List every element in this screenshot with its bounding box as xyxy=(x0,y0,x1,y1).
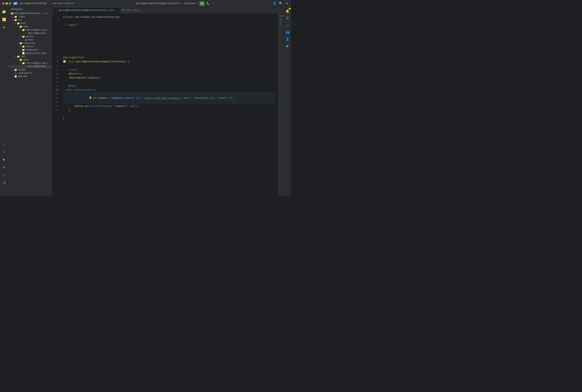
bottom-run-icon[interactable]: ☕ xyxy=(1,141,7,147)
tree-item-target[interactable]: ▶ 📁 target xyxy=(8,68,52,72)
structure-icon[interactable]: ⊞ xyxy=(1,24,7,30)
tree-item-pom[interactable]: ▶ 📋 pom.xml xyxy=(8,75,52,78)
tree-label-gitignore: .gitignore xyxy=(18,72,32,74)
panel-title: Project xyxy=(12,8,23,11)
code-line-blank-9 xyxy=(63,48,275,52)
folder-icon-main: 📁 xyxy=(17,22,20,25)
codewithme-button[interactable]: 👥 xyxy=(285,30,290,35)
tree-chevron-idea: ▶ xyxy=(12,16,14,18)
tree-label-java: java xyxy=(23,26,29,28)
code-line-12: ✅ class SpringBootDataStudyApplicationTe… xyxy=(63,60,275,64)
tree-item-java[interactable]: ▼ 📁 java xyxy=(8,25,52,28)
tree-item-root[interactable]: ▼ 📁 SpringBootDataStudy ~/Desk... xyxy=(8,12,52,15)
tab-icon-user: 👤 xyxy=(122,9,125,12)
file-tree-panel: ▼ Project ▾ ▼ 📁 SpringBootDataStudy ~/De… xyxy=(8,7,52,196)
error-count-bar[interactable]: ⚠ 4 ▲ ▼ xyxy=(277,14,284,18)
project-name[interactable]: SpringBootDataStudy xyxy=(20,2,47,5)
tree-item-main[interactable]: ▼ 📁 main xyxy=(8,22,52,25)
tree-item-templates[interactable]: ▶ 📁 templates xyxy=(8,48,52,52)
tree-item-test[interactable]: ▼ 📁 test xyxy=(8,55,52,58)
nav-down-icon[interactable]: ▼ xyxy=(283,15,284,17)
folder-icon-java: 📁 xyxy=(19,25,23,28)
tab-tests-java[interactable]: ☕ SpringBootDataStudyApplicationTests.ja… xyxy=(54,7,120,14)
bottom-problems-icon[interactable]: ⚠ xyxy=(1,172,7,178)
tree-label-static: static xyxy=(26,45,34,48)
tab-user-java[interactable]: 👤 User.java ✕ xyxy=(120,7,145,14)
tree-chevron-entity: ▼ xyxy=(19,36,22,38)
code-editor[interactable]: package com.example.springbootdatastudy;… xyxy=(60,14,278,196)
tree-item-gitignore[interactable]: ▶ 🚫 .gitignore xyxy=(8,72,52,75)
maven-tool-button[interactable]: m xyxy=(285,44,290,49)
panel-dropdown-icon[interactable]: ▾ xyxy=(23,8,24,10)
project-panel-header[interactable]: ▼ Project ▾ xyxy=(8,7,52,12)
tree-label-templates: templates xyxy=(26,49,38,51)
tree-label-test: test xyxy=(21,55,26,58)
tree-item-application-yml[interactable]: ▶ 📄 application.yml xyxy=(8,52,52,55)
version-control-label[interactable]: Version control xyxy=(53,2,75,5)
tab-close-user[interactable]: ✕ xyxy=(140,9,142,12)
java-icon-sbdat: ☕ xyxy=(24,32,28,35)
tree-item-springbootdat-test[interactable]: ▶ ☕ SpringBootDat... xyxy=(8,65,52,68)
code-line-18: ✓ void contextLoads() { xyxy=(63,88,275,92)
code-line-16 xyxy=(63,80,275,84)
warning-icon: ⚠ xyxy=(278,15,279,17)
folder-icon-comtest: 📁 xyxy=(22,62,25,65)
code-line-21: } xyxy=(63,108,275,112)
tree-label-main: main xyxy=(21,22,26,25)
pom-icon: 📋 xyxy=(14,75,17,78)
tab-close-tests[interactable]: ✕ xyxy=(115,9,117,12)
gradle-tool-button[interactable]: ⬡ xyxy=(285,22,290,28)
tree-chevron-test: ▼ xyxy=(14,56,17,58)
folder-icon-com: 📁 xyxy=(22,28,25,32)
tree-item-idea[interactable]: ▶ 📁 .idea xyxy=(8,15,52,18)
folder-icon-entity: 📁 xyxy=(22,35,25,38)
code-line-20: System.out.println("update "+update+" li… xyxy=(63,104,275,108)
notifications-button[interactable]: 🔔 ! xyxy=(285,8,290,14)
tab-more-icon[interactable]: ⋯ xyxy=(277,8,282,12)
run-button[interactable]: ▶ xyxy=(199,1,205,6)
java-icon-sbdattest: ☕ xyxy=(24,65,28,68)
tree-item-entity[interactable]: ▼ 📁 entity xyxy=(8,35,52,38)
settings-icon[interactable]: ⚙ xyxy=(285,2,289,5)
tree-label-root: SpringBootDataStudy xyxy=(14,12,41,15)
run-config-label[interactable]: SpringBootDataStudyApplicationTe...extLo… xyxy=(136,2,195,5)
tree-item-comtest[interactable]: ▼ 📁 com.example.spri... xyxy=(8,62,52,65)
more-icon[interactable]: ⋯ xyxy=(211,2,215,5)
search-icon[interactable]: 🔍 xyxy=(279,2,283,5)
maximize-button[interactable] xyxy=(9,2,11,4)
tree-chevron-resources: ▼ xyxy=(17,42,19,44)
tree-label-sbdat: SpringBootDat... xyxy=(28,32,50,35)
tree-item-com[interactable]: ▼ 📁 com.example.spri... xyxy=(8,28,52,32)
vcs-icon[interactable]: 🔀 xyxy=(1,16,7,23)
tree-item-resources[interactable]: ▼ 📁 resources xyxy=(8,42,52,45)
gitignore-icon: 🚫 xyxy=(14,72,17,74)
bottom-terminal-icon[interactable]: ⌨ xyxy=(1,164,7,170)
bottom-git-icon[interactable]: ⎇ xyxy=(1,180,7,186)
tree-item-src[interactable]: ▼ 📁 src xyxy=(8,18,52,22)
folder-icon[interactable]: 📁 xyxy=(1,8,7,15)
code-line-2 xyxy=(63,19,275,23)
close-button[interactable] xyxy=(2,2,5,4)
database-tool-button[interactable]: 🗄 xyxy=(285,16,290,21)
minimap[interactable] xyxy=(280,21,282,196)
editor-content[interactable]: 1 2 3 . . . . . . . 11 1 xyxy=(52,14,284,196)
line-numbers: 1 2 3 . . . . . . . 11 1 xyxy=(52,14,60,196)
code-line-1: package com.example.springbootdatastudy; xyxy=(63,15,275,19)
minimize-button[interactable] xyxy=(6,2,8,4)
profile-tool-button[interactable]: 👤 xyxy=(285,36,290,42)
debug-icon[interactable]: 🐛 xyxy=(206,2,210,5)
bottom-services-icon[interactable]: ⬡ xyxy=(1,148,7,155)
folder-icon-src: 📁 xyxy=(14,18,17,22)
profile-icon[interactable]: 👤 xyxy=(273,2,276,5)
java-icon-user: 👤 xyxy=(24,38,28,42)
title-sep-2: ▾ xyxy=(77,2,78,5)
tree-item-springbootdat-main[interactable]: ▶ ☕ SpringBootDat... xyxy=(8,32,52,35)
tree-item-testjava[interactable]: ▼ 📁 java xyxy=(8,58,52,62)
tree-item-user[interactable]: ▶ 👤 User xyxy=(8,38,52,42)
bottom-play-icon[interactable]: ▶ xyxy=(1,156,7,163)
tree-chevron-static: ▶ xyxy=(19,46,22,48)
notification-badge: ! xyxy=(288,8,291,10)
tree-item-static[interactable]: ▶ 📁 static xyxy=(8,45,52,48)
run-config-dropdown[interactable]: ▾ xyxy=(196,2,198,5)
nav-up-icon[interactable]: ▲ xyxy=(281,15,282,17)
